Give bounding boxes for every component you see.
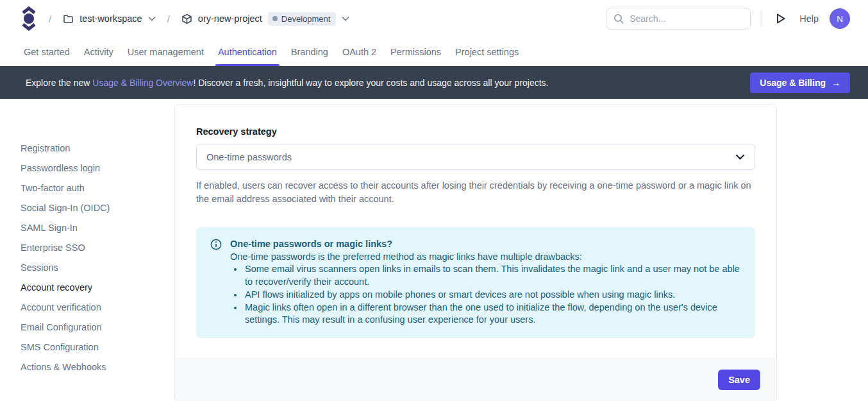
sidebar-item-actions-webhooks[interactable]: Actions & Webhooks: [21, 361, 174, 373]
sidebar-item-email-configuration[interactable]: Email Configuration: [21, 321, 174, 334]
tab-activity[interactable]: Activity: [83, 37, 114, 66]
play-button[interactable]: [773, 13, 789, 24]
arrow-right-icon: →: [831, 78, 840, 88]
workspace-name: test-workspace: [79, 13, 142, 24]
avatar[interactable]: N: [830, 8, 850, 29]
settings-sidebar: Registration Passwordless login Two-fact…: [0, 99, 174, 380]
primary-tabs: Get started Activity User management Aut…: [0, 37, 868, 66]
info-box-content: One-time passwords or magic links? One-t…: [230, 238, 740, 327]
ory-logo-icon: [21, 6, 37, 31]
sidebar-item-saml-sign-in[interactable]: SAML Sign-In: [21, 221, 174, 234]
recovery-strategy-select[interactable]: One-time passwords: [196, 144, 755, 170]
recovery-strategy-label: Recovery strategy: [196, 126, 755, 137]
content-area: Registration Passwordless login Two-fact…: [0, 99, 868, 401]
chevron-down-icon: [735, 154, 745, 160]
sidebar-item-sessions[interactable]: Sessions: [21, 261, 174, 274]
info-box-bullet-list: Some email virus scanners open links in …: [230, 263, 740, 327]
info-icon: [210, 239, 222, 327]
sidebar-item-social-sign-in-oidc[interactable]: Social Sign-In (OIDC): [21, 201, 174, 214]
tab-get-started[interactable]: Get started: [23, 37, 71, 66]
environment-badge: Development: [268, 12, 337, 26]
project-name: ory-new-project: [198, 13, 262, 24]
cube-icon: [181, 13, 192, 24]
card-body: Recovery strategy One-time passwords If …: [175, 105, 776, 357]
breadcrumb-separator: /: [167, 13, 170, 24]
search-box[interactable]: [606, 8, 751, 30]
search-input[interactable]: [630, 13, 743, 24]
usage-billing-overview-link[interactable]: Usage & Billing Overview: [92, 78, 193, 88]
card-footer: Save: [175, 357, 776, 401]
save-button[interactable]: Save: [718, 370, 760, 390]
header-divider: [762, 10, 762, 27]
search-icon: [613, 13, 624, 24]
info-box: One-time passwords or magic links? One-t…: [196, 227, 755, 338]
ory-console-page: / test-workspace / ory-new-project Devel: [0, 0, 868, 401]
promo-banner: Explore the new Usage & Billing Overview…: [0, 66, 868, 99]
info-box-title: One-time passwords or magic links?: [230, 238, 740, 251]
play-icon: [776, 13, 786, 24]
tab-branding[interactable]: Branding: [290, 37, 329, 66]
breadcrumb-separator: /: [49, 13, 51, 24]
project-selector[interactable]: ory-new-project Development: [181, 12, 350, 26]
tab-oauth2[interactable]: OAuth 2: [342, 37, 377, 66]
sidebar-item-passwordless-login[interactable]: Passwordless login: [21, 162, 174, 175]
sidebar-item-sms-configuration[interactable]: SMS Configuration: [21, 341, 174, 354]
tab-authentication[interactable]: Authentication: [217, 37, 278, 66]
chevron-down-icon: [342, 16, 349, 21]
tab-project-settings[interactable]: Project settings: [455, 37, 519, 66]
sidebar-item-two-factor-auth[interactable]: Two-factor auth: [21, 182, 174, 194]
tab-user-management[interactable]: User management: [127, 37, 204, 66]
info-box-bullet: Some email virus scanners open links in …: [244, 263, 740, 288]
environment-label: Development: [281, 14, 331, 24]
workspace-selector[interactable]: test-workspace: [63, 13, 156, 24]
usage-billing-button[interactable]: Usage & Billing →: [750, 73, 850, 93]
tab-permissions[interactable]: Permissions: [390, 37, 442, 66]
help-link[interactable]: Help: [799, 13, 819, 24]
sidebar-item-enterprise-sso[interactable]: Enterprise SSO: [21, 241, 174, 254]
account-recovery-card: Recovery strategy One-time passwords If …: [174, 104, 777, 401]
info-box-bullet: API flows initialized by apps on mobile …: [244, 289, 740, 302]
folder-icon: [63, 13, 74, 24]
sidebar-item-registration[interactable]: Registration: [21, 142, 174, 155]
top-header: / test-workspace / ory-new-project Devel: [0, 0, 868, 37]
ory-logo[interactable]: [21, 6, 37, 31]
sidebar-item-account-verification[interactable]: Account verification: [21, 301, 174, 314]
recovery-strategy-selected-value: One-time passwords: [206, 152, 292, 162]
chevron-down-icon: [148, 16, 156, 21]
info-box-intro: One-time passwords is the preferred meth…: [230, 251, 740, 264]
recovery-strategy-description: If enabled, users can recover access to …: [196, 179, 755, 205]
banner-text: Explore the new Usage & Billing Overview…: [26, 78, 549, 88]
environment-dot-icon: [272, 16, 278, 21]
sidebar-item-account-recovery[interactable]: Account recovery: [21, 281, 174, 294]
info-box-bullet: Magic links often open in a different br…: [244, 302, 740, 327]
